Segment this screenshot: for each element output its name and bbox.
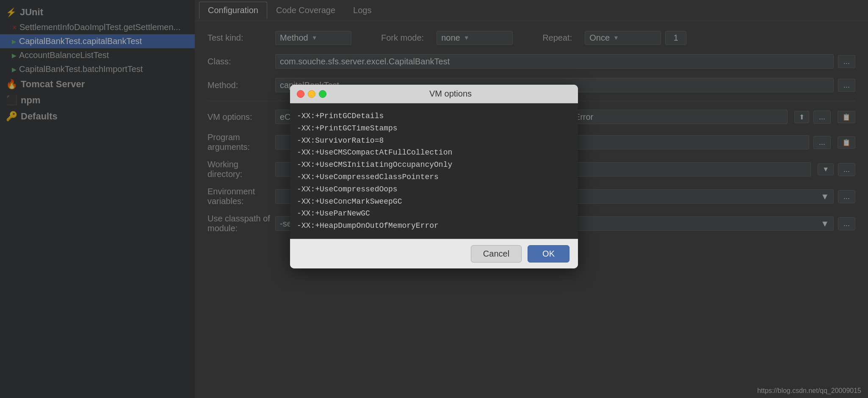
modal-title: VM options	[330, 89, 571, 99]
modal-body: -XX:+PrintGCDetails -XX:+PrintGCTimeStam…	[290, 103, 578, 239]
modal-footer: Cancel OK	[290, 239, 578, 268]
vm-line-7: -XX:+UseConcMarkSweepGC	[297, 196, 571, 208]
vm-line-6: -XX:+UseCompressedOops	[297, 183, 571, 196]
vm-line-1: -XX:+PrintGCTimeStamps	[297, 122, 571, 135]
bottom-url: https://blog.csdn.net/qq_20009015	[757, 387, 861, 395]
modal-titlebar: VM options	[290, 85, 578, 103]
maximize-button[interactable]	[319, 90, 326, 98]
minimize-button[interactable]	[308, 90, 315, 98]
vm-line-3: -XX:+UseCMSCompactAtFullCollection	[297, 146, 571, 159]
vm-line-5: -XX:+UseCompressedClassPointers	[297, 171, 571, 183]
vm-line-2: -XX:SurvivorRatio=8	[297, 135, 571, 147]
vm-line-4: -XX:+UseCMSInitiatingOccupancyOnly	[297, 159, 571, 171]
cancel-button[interactable]: Cancel	[471, 245, 522, 263]
vm-line-9: -XX:+HeapDumpOnOutOfMemoryError	[297, 220, 571, 232]
close-button[interactable]	[297, 90, 304, 98]
modal-overlay: VM options -XX:+PrintGCDetails -XX:+Prin…	[0, 0, 868, 398]
ok-button[interactable]: OK	[528, 245, 569, 263]
vm-options-modal: VM options -XX:+PrintGCDetails -XX:+Prin…	[290, 85, 578, 268]
vm-line-0: -XX:+PrintGCDetails	[297, 110, 571, 122]
vm-line-8: -XX:+UseParNewGC	[297, 207, 571, 220]
